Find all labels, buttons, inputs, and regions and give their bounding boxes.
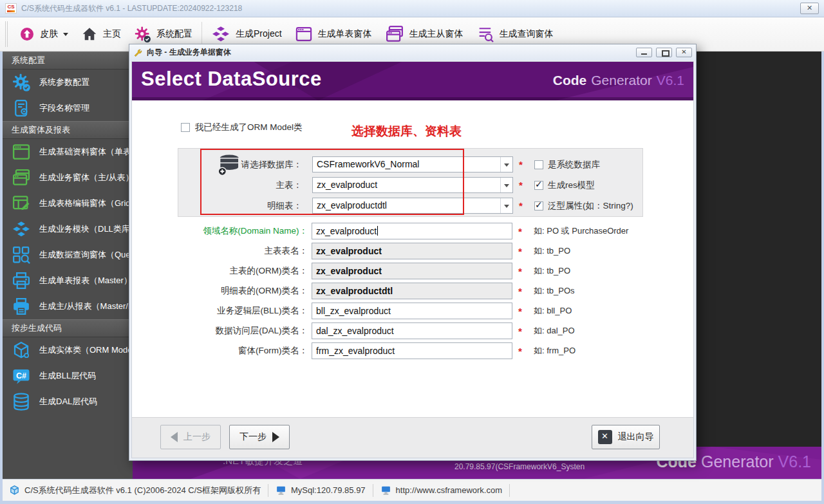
sidebar-item-generate-bll[interactable]: C# 生成BLL层代码	[3, 363, 133, 389]
toolbar-item-generate-project[interactable]: 生成Project	[205, 21, 288, 47]
sidebar-item-system-params[interactable]: 系统参数配置	[3, 70, 133, 95]
window-icon	[295, 25, 313, 43]
gear-icon	[134, 26, 151, 43]
system-db-checkbox[interactable]	[534, 160, 543, 169]
wrench-icon	[133, 48, 143, 57]
sidebar-item-field-names[interactable]: 字段名称管理	[3, 95, 133, 121]
database-select[interactable]: CSFrameworkV6_Normal	[312, 156, 513, 173]
form-row-master-table-name: 主表表名： zx_evalproduct * 如: tb_PO	[132, 243, 693, 259]
status-mysql-server: MySql:120.79.85.97	[276, 485, 366, 496]
app-logo-icon: CS	[5, 3, 17, 14]
cubes-icon	[12, 219, 31, 239]
status-separator	[373, 484, 373, 497]
toolbar-item-home[interactable]: 主页	[75, 23, 127, 46]
domain-name-input[interactable]: zx_evalproduct	[312, 223, 512, 239]
detail-orm-class-input[interactable]: zx_evalproductdtl	[312, 283, 512, 299]
chevron-down-icon	[63, 33, 68, 39]
toolbar-grip[interactable]	[5, 21, 8, 47]
sidebar-item-label: 生成基础资料窗体（单表）	[39, 146, 133, 158]
monitor-icon	[380, 485, 391, 496]
toolbar-item-label: 生成查询窗体	[500, 28, 554, 40]
res-model-checkbox[interactable]	[534, 181, 543, 190]
main-close-button[interactable]	[800, 3, 819, 14]
toolbar-item-label: 皮肤	[40, 28, 58, 40]
toolbar-item-label: 生成单表窗体	[318, 28, 372, 40]
sidebar: 系统配置 系统参数配置	[3, 51, 133, 479]
sidebar-item-single-report[interactable]: 生成单表报表（Master）	[3, 268, 133, 294]
bll-class-input[interactable]: bll_zx_evalproduct	[312, 303, 512, 319]
sidebar-item-data-query-form[interactable]: 生成数据查询窗体（Query	[3, 242, 133, 268]
toolbar-item-skin[interactable]: 皮肤	[13, 23, 75, 45]
dialog-titlebar[interactable]: 向导 - 生成业务单据窗体	[129, 44, 696, 61]
master-orm-class-input[interactable]: zx_evalproduct	[312, 263, 512, 279]
dialog-footer: 上一步 下一步 退出向导	[132, 417, 693, 458]
sidebar-item-master-detail-report[interactable]: 生成主/从报表（Master/De	[3, 294, 133, 319]
main-titlebar[interactable]: CS C/S系统代码生成器软件 v6.1 - LASTUPDATE:202409…	[0, 0, 824, 17]
window-title: C/S系统代码生成器软件 v6.1 - LASTUPDATE:20240922-…	[21, 3, 242, 14]
database-icon	[12, 392, 31, 411]
required-mark: *	[518, 246, 525, 257]
exit-wizard-button[interactable]: 退出向导	[592, 425, 660, 449]
res-model-option[interactable]: 生成res模型	[534, 180, 595, 191]
required-mark: *	[518, 286, 525, 297]
toolbar-item-generate-single-form[interactable]: 生成单表窗体	[288, 22, 379, 46]
nullable-option[interactable]: 泛型属性(如：String?)	[534, 200, 633, 212]
dialog-close-button[interactable]	[676, 48, 692, 57]
sidebar-item-grid-edit-form[interactable]: 生成表格编辑窗体（Grid E	[3, 191, 133, 216]
field-label: 明细表：	[178, 200, 312, 212]
sidebar-item-business-module[interactable]: 生成业务模块（DLL类库）	[3, 216, 133, 242]
status-separator	[268, 484, 268, 497]
prev-step-button[interactable]: 上一步	[160, 425, 221, 449]
cube-icon	[12, 341, 31, 360]
toolbar-item-label: 主页	[103, 28, 121, 40]
dal-class-input[interactable]: dal_zx_evalproduct	[312, 322, 512, 339]
printer-icon	[12, 297, 31, 316]
master-table-select[interactable]: zx_evalproduct	[312, 177, 513, 193]
toolbar-item-label: 生成主从窗体	[409, 28, 464, 40]
datasource-row-detail-table: 明细表： zx_evalproductdtl * 泛型属性(如：String?)	[178, 198, 642, 214]
skin-icon	[19, 26, 35, 42]
dialog-maximize-button[interactable]	[656, 48, 672, 57]
orm-model-checkbox-label: 我已经生成了ORM Model类	[195, 122, 303, 133]
datasource-row-database: 请选择数据库： CSFrameworkV6_Normal * 是系统数据库	[178, 156, 642, 173]
csharp-icon: C#	[12, 366, 31, 386]
dialog-minimize-button[interactable]	[636, 48, 652, 57]
windows-icon	[385, 24, 404, 44]
gear-check-icon	[12, 73, 31, 92]
required-mark: *	[519, 159, 525, 170]
field-label: 请选择数据库：	[178, 159, 312, 171]
svg-text:C#: C#	[16, 371, 26, 380]
sidebar-item-label: 系统参数配置	[39, 77, 89, 88]
toolbar-item-generate-master-detail-form[interactable]: 生成主从窗体	[379, 21, 470, 47]
sidebar-group-step-codegen[interactable]: 按步生成代码	[3, 319, 133, 337]
orm-model-checkbox[interactable]	[181, 123, 190, 132]
nullable-checkbox[interactable]	[534, 201, 543, 210]
system-db-option[interactable]: 是系统数据库	[534, 159, 600, 171]
sidebar-item-basic-data-form[interactable]: 生成基础资料窗体（单表）	[3, 139, 133, 165]
window-icon	[12, 142, 31, 162]
next-step-button[interactable]: 下一步	[229, 425, 290, 449]
sidebar-item-business-form[interactable]: 生成业务窗体（主/从表）	[3, 165, 133, 191]
toolbar-item-system-config[interactable]: 系统配置	[127, 23, 199, 46]
close-icon	[598, 430, 612, 444]
sidebar-item-generate-dal[interactable]: 生成DAL层代码	[3, 389, 133, 415]
required-mark: *	[518, 266, 525, 277]
detail-table-select[interactable]: zx_evalproductdtl	[312, 198, 513, 214]
form-rows: 领域名称(Domain Name)： zx_evalproduct * 如: P…	[132, 223, 693, 362]
monitor-icon	[276, 485, 286, 496]
form-class-input[interactable]: frm_zx_evalproduct	[312, 342, 512, 359]
master-table-name-input[interactable]: zx_evalproduct	[312, 243, 512, 259]
toolbar-item-generate-query-form[interactable]: 生成查询窗体	[470, 22, 560, 46]
orm-model-checkbox-row[interactable]: 我已经生成了ORM Model类	[181, 122, 303, 133]
sidebar-group-generate-forms[interactable]: 生成窗体及报表	[3, 121, 133, 139]
sidebar-item-label: 生成数据查询窗体（Query	[39, 249, 133, 261]
sidebar-group-system-config[interactable]: 系统配置	[3, 51, 133, 70]
required-mark: *	[518, 326, 525, 337]
chevron-down-icon	[500, 178, 512, 192]
required-mark: *	[519, 180, 525, 191]
dialog-body: Select DataSource CodeGeneratorV6.1 我已经生…	[131, 61, 694, 458]
dialog-title: 向导 - 生成业务单据窗体	[147, 47, 632, 58]
required-mark: *	[518, 346, 525, 357]
sidebar-item-generate-orm[interactable]: 生成实体类（ORM Model)	[3, 337, 133, 363]
form-row-bll-class: 业务逻辑层(BLL)类名： bll_zx_evalproduct * 如: bl…	[132, 303, 693, 319]
